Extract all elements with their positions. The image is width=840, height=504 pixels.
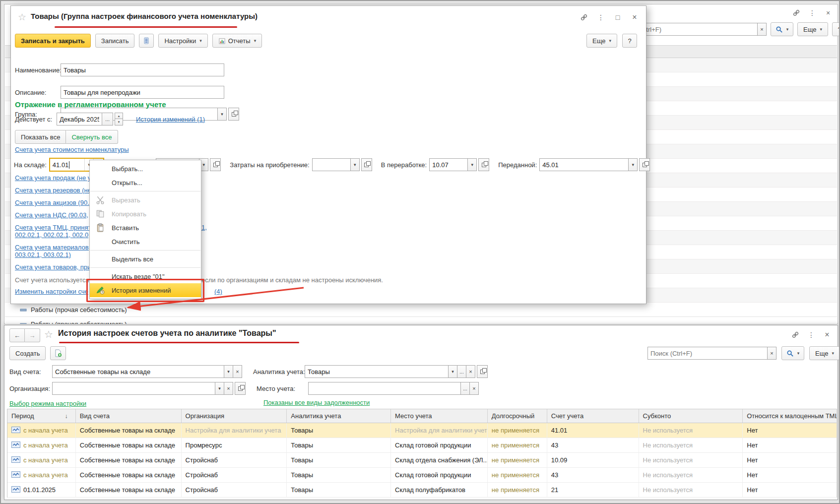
table-cell[interactable]: Настройка для аналитики учета: [391, 423, 488, 438]
save-and-close-button[interactable]: Записать и закрыть: [15, 34, 91, 48]
table-cell[interactable]: 41.01: [547, 423, 639, 438]
analytics-clear-icon[interactable]: ×: [466, 365, 475, 378]
transferred-dropdown-icon[interactable]: ▾: [629, 158, 638, 171]
place-more-icon[interactable]: ...: [461, 382, 470, 395]
tmc-accounts-link-line2[interactable]: 002.02.1, 002.02.1, 002.0: [15, 231, 88, 239]
spin-up-icon[interactable]: ▴: [115, 113, 123, 119]
show-all-button[interactable]: Показать все: [15, 130, 66, 144]
table-cell[interactable]: Товары: [287, 438, 391, 452]
table-cell[interactable]: Нет: [743, 453, 837, 467]
table-cell[interactable]: не применяется: [488, 468, 547, 482]
organization-dropdown-icon[interactable]: ▾: [215, 382, 224, 395]
table-cell[interactable]: Товары: [287, 483, 391, 497]
link-icon[interactable]: [580, 13, 588, 22]
save-button[interactable]: Записать: [95, 34, 135, 48]
table-row[interactable]: с начала учетаСобственные товары на скла…: [7, 468, 837, 483]
menu-item[interactable]: Очистить: [90, 235, 201, 249]
analytics-dropdown-icon[interactable]: ▾: [449, 365, 457, 378]
table-cell[interactable]: Товары: [287, 468, 391, 482]
more-button[interactable]: Еще▾: [797, 22, 828, 36]
table-cell[interactable]: Нет: [743, 423, 837, 438]
place-field[interactable]: [308, 382, 461, 395]
create-button[interactable]: Создать: [9, 346, 46, 360]
description-field[interactable]: [61, 86, 224, 99]
table-cell[interactable]: Не используется: [639, 483, 743, 497]
reports-button[interactable]: Отчеты▾: [212, 34, 262, 48]
table-row[interactable]: с начала учетаСобственные товары на скла…: [7, 438, 837, 453]
table-cell[interactable]: Собственные товары на складе: [76, 423, 182, 438]
column-header[interactable]: Счет учета: [547, 409, 639, 423]
group-dropdown-icon[interactable]: ▾: [218, 108, 227, 121]
organization-field[interactable]: [52, 382, 215, 395]
column-header[interactable]: Вид счета: [76, 409, 182, 423]
table-cell[interactable]: Промресурс: [182, 438, 287, 452]
kebab-icon[interactable]: ⋮: [807, 330, 816, 339]
search-button[interactable]: ▾: [771, 22, 793, 36]
menu-item[interactable]: Искать везде "01": [90, 269, 201, 283]
column-header[interactable]: Период↓: [7, 409, 76, 423]
table-cell[interactable]: Не используется: [639, 468, 743, 482]
search-clear-icon[interactable]: ×: [758, 23, 767, 36]
maximize-icon[interactable]: □: [613, 13, 622, 22]
account-kind-clear-icon[interactable]: ×: [233, 365, 242, 378]
forward-button[interactable]: →: [25, 328, 40, 342]
table-cell[interactable]: Склад готовой продукции: [391, 468, 488, 482]
link-icon[interactable]: [792, 8, 801, 17]
table-cell[interactable]: Товары: [287, 423, 391, 438]
tree-list-item[interactable]: Работы (прочая себестоимость): [5, 317, 837, 324]
column-header[interactable]: Место учета: [391, 409, 488, 423]
kebab-icon[interactable]: ⋮: [808, 8, 817, 17]
spin-down-icon[interactable]: ▾: [115, 119, 123, 126]
reserves-accounts-link[interactable]: Счета учета резервов (не: [15, 187, 91, 194]
table-cell[interactable]: не применяется: [488, 438, 547, 452]
materials-accounts-link[interactable]: Счета учета материалов,: [15, 244, 90, 251]
table-cell[interactable]: Нет: [743, 468, 837, 482]
column-header[interactable]: Аналитика учета: [287, 409, 391, 423]
table-cell[interactable]: Собственные товары на складе: [76, 438, 182, 452]
shipped-open-button[interactable]: [210, 158, 221, 171]
effective-from-field[interactable]: [57, 113, 102, 126]
favorite-star-icon[interactable]: ☆: [44, 328, 53, 340]
table-cell[interactable]: с начала учета: [7, 468, 76, 482]
debt-kinds-link[interactable]: Показаны все виды задолженности: [263, 399, 370, 406]
table-cell[interactable]: 43: [547, 468, 639, 482]
transferred-open-button[interactable]: [639, 158, 650, 171]
table-cell[interactable]: 01.01.2025: [7, 483, 76, 497]
organization-clear-icon[interactable]: ×: [224, 382, 233, 395]
processing-open-button[interactable]: [478, 158, 489, 171]
analytics-more-icon[interactable]: ...: [457, 365, 466, 378]
table-cell[interactable]: 21: [547, 483, 639, 497]
link-icon[interactable]: [791, 330, 800, 339]
close-icon[interactable]: ×: [824, 8, 833, 17]
table-cell[interactable]: Не используется: [639, 453, 743, 467]
table-cell[interactable]: с начала учета: [7, 438, 76, 452]
table-cell[interactable]: с начала учета: [7, 453, 76, 467]
table-cell[interactable]: не применяется: [488, 453, 547, 467]
table-cell[interactable]: Настройка для аналитики учета: [182, 423, 287, 438]
organization-open-button[interactable]: [235, 382, 246, 395]
change-settings-count-fragment[interactable]: (4): [214, 288, 222, 295]
effective-from-more-button[interactable]: ...: [102, 113, 113, 126]
analytics-field[interactable]: [305, 365, 449, 378]
tmc-accounts-link-fragment[interactable]: 1,: [201, 224, 207, 231]
account-kind-dropdown-icon[interactable]: ▾: [224, 365, 233, 378]
search-button[interactable]: ▾: [781, 346, 804, 360]
cost-accounts-link[interactable]: Счета учета стоимости номенклатуры: [15, 146, 129, 153]
create-new-list-icon-button[interactable]: [50, 346, 66, 360]
menu-item[interactable]: Открыть...: [90, 176, 201, 189]
change-account-settings-link[interactable]: Изменить настройки сче: [15, 288, 88, 295]
table-cell[interactable]: Нет: [743, 438, 837, 452]
column-header[interactable]: Организация: [182, 409, 287, 423]
transferred-field[interactable]: [539, 158, 629, 171]
analytics-open-button[interactable]: [477, 365, 488, 378]
processing-dropdown-icon[interactable]: ▾: [468, 158, 477, 171]
group-open-button[interactable]: [228, 108, 239, 121]
processing-field[interactable]: [429, 158, 468, 171]
name-field[interactable]: [61, 63, 224, 76]
column-header[interactable]: Субконто: [639, 409, 743, 423]
goods-accounts-link[interactable]: Счета учета товаров, при: [15, 263, 91, 271]
acquisition-dropdown-icon[interactable]: ▾: [351, 158, 360, 171]
effective-from-spinner[interactable]: ▴ ▾: [115, 113, 123, 126]
acquisition-field[interactable]: [312, 158, 351, 171]
menu-item[interactable]: История изменений: [90, 283, 201, 297]
